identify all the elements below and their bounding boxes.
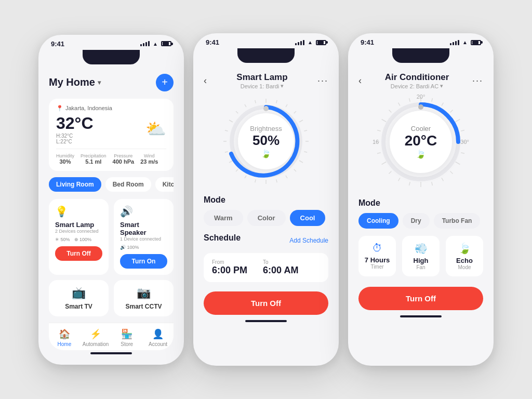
tv-icon: 📺 <box>55 286 102 300</box>
svg-line-7 <box>304 152 307 153</box>
schedule-section-title: Schedule <box>204 233 241 243</box>
device-card-speaker: 🔊 Smart Speaker 1 Device connected 🔊 100… <box>114 199 174 275</box>
svg-line-4 <box>299 120 303 122</box>
store-icon: 🏪 <box>121 328 132 340</box>
scale-right-label: 30° <box>460 139 469 145</box>
svg-line-16 <box>229 161 233 163</box>
weather-precipitation: Precipitation 5.1 ml <box>81 153 107 165</box>
device-card-cctv: 📷 Smart CCTV <box>114 280 174 316</box>
ac-temp-display: Cooler 20°C 🍃 <box>405 125 437 159</box>
svg-line-29 <box>442 103 444 106</box>
location-row: 📍 Jakarta, Indonesia <box>56 105 166 112</box>
weather-pressure: Pressure 400 hPa <box>113 153 135 165</box>
temp-low: L:22°C <box>56 139 72 144</box>
schedule-to: To 6:00 AM <box>263 259 298 276</box>
brightness-knob[interactable]: Brightness 50% 🍃 <box>219 95 313 188</box>
brightness-value: 50% <box>250 132 282 149</box>
ac-mode-tabs: Cooling Dry Turbo Fan <box>358 213 483 229</box>
device-card-tv: 📺 Smart TV <box>49 280 109 316</box>
speaker-volume: 🔊 100% <box>120 245 139 250</box>
mode-warm-button[interactable]: Warm <box>204 210 243 226</box>
svg-line-9 <box>294 169 296 171</box>
weather-main: 32°C H:32°C L:22°C ⛅ <box>56 114 166 144</box>
svg-line-14 <box>245 176 246 178</box>
battery-icon <box>161 41 171 46</box>
svg-line-13 <box>255 179 256 182</box>
svg-line-34 <box>461 153 464 154</box>
svg-line-47 <box>382 119 387 122</box>
lamp-header: ‹ Smart Lamp Device 1: Bardi ▾ ··· <box>204 72 328 89</box>
svg-line-11 <box>276 179 277 182</box>
svg-line-20 <box>229 120 233 122</box>
brightness-label: Brightness <box>250 125 282 132</box>
account-icon: 👤 <box>152 328 164 340</box>
wifi-icon-3: ▲ <box>462 39 468 45</box>
schedule-header: Schedule Add Schedule <box>204 233 328 248</box>
wifi-icon: ▲ <box>153 41 158 47</box>
more-options-button[interactable]: ··· <box>317 75 328 86</box>
lamp-page-title: Smart Lamp <box>207 72 317 83</box>
svg-line-3 <box>294 111 296 113</box>
lamp-power: ⊕ 100% <box>74 237 92 242</box>
home-indicator-2 <box>245 320 287 322</box>
status-icons-3: ▲ <box>450 39 481 45</box>
ac-more-options-button[interactable]: ··· <box>472 75 483 86</box>
weather-humidity: Humidity 30% <box>56 153 74 165</box>
svg-line-32 <box>461 130 464 131</box>
ac-mode-dry-button[interactable]: Dry <box>403 213 430 229</box>
speaker-name: Smart Speaker <box>120 221 167 236</box>
svg-line-50 <box>409 98 410 102</box>
ac-knob-container: 20° 16 30° Cooler 20°C 🍃 <box>358 92 483 191</box>
add-button[interactable]: + <box>156 74 174 91</box>
nav-store-label: Store <box>121 341 133 347</box>
add-schedule-link[interactable]: Add Schedule <box>289 237 328 244</box>
nav-account[interactable]: 👤 Account <box>145 328 171 347</box>
temperature-main: 32°C <box>56 114 94 133</box>
lamp-page-subtitle: Device 1: Bardi ▾ <box>207 83 317 89</box>
phone-ac: 9:41 ▲ ‹ Air Conditioner Device 2: Bardi… <box>348 33 494 366</box>
room-tab-kitchen[interactable]: Kitchen <box>155 177 174 192</box>
svg-line-10 <box>286 176 287 178</box>
ac-mode-turbofan-button[interactable]: Turbo Fan <box>434 213 481 229</box>
speaker-turn-on-button[interactable]: Turn On <box>120 254 167 269</box>
device-row2: 📺 Smart TV 📷 Smart CCTV <box>49 280 174 316</box>
knob-center: Brightness 50% 🍃 <box>250 125 282 158</box>
svg-line-42 <box>389 171 391 174</box>
ac-feature-timer: ⏱ 7 Hours Timer <box>358 236 396 276</box>
svg-line-46 <box>377 130 381 131</box>
temp-high: H:32°C <box>56 133 73 139</box>
cctv-icon: 📷 <box>120 286 167 300</box>
svg-line-1 <box>276 100 277 103</box>
signal-icon <box>140 41 150 46</box>
mode-cool-button[interactable]: Cool <box>290 210 326 226</box>
svg-line-15 <box>236 169 238 171</box>
ac-knob[interactable]: 20° 16 30° Cooler 20°C 🍃 <box>371 92 470 191</box>
room-tab-bedroom[interactable]: Bed Room <box>105 177 151 192</box>
ac-turn-off-button[interactable]: Turn Off <box>358 287 483 310</box>
svg-point-53 <box>418 104 423 110</box>
temp-range: H:32°C L:22°C <box>56 133 94 144</box>
scale-left-label: 16 <box>373 139 379 145</box>
lamp-icon: 💡 <box>55 205 102 218</box>
timer-sub: Timer <box>363 264 392 270</box>
room-tab-living[interactable]: Living Room <box>49 177 101 192</box>
signal-icon-3 <box>450 40 459 45</box>
svg-line-38 <box>432 182 433 185</box>
ac-features: ⏱ 7 Hours Timer 💨 High Fan 🍃 Echo Mode <box>358 236 483 276</box>
svg-line-36 <box>450 171 453 174</box>
location-pin-icon: 📍 <box>56 105 63 112</box>
svg-line-5 <box>304 130 307 131</box>
svg-line-22 <box>245 104 246 107</box>
mode-color-button[interactable]: Color <box>247 210 286 226</box>
svg-line-30 <box>450 110 453 112</box>
scale-top-label: 20° <box>417 94 425 100</box>
nav-automation[interactable]: ⚡ Automation <box>83 328 109 347</box>
lamp-turn-off-button[interactable]: Turn Off <box>204 291 328 315</box>
nav-store[interactable]: 🏪 Store <box>114 328 140 347</box>
nav-home-label: Home <box>58 341 72 347</box>
cloud-icon: ⛅ <box>145 119 166 139</box>
lamp-turn-off-button[interactable]: Turn Off <box>55 246 102 261</box>
ac-mode-label: Cooler <box>405 125 437 132</box>
ac-mode-cooling-button[interactable]: Cooling <box>358 213 398 229</box>
nav-home[interactable]: 🏠 Home <box>51 328 77 347</box>
